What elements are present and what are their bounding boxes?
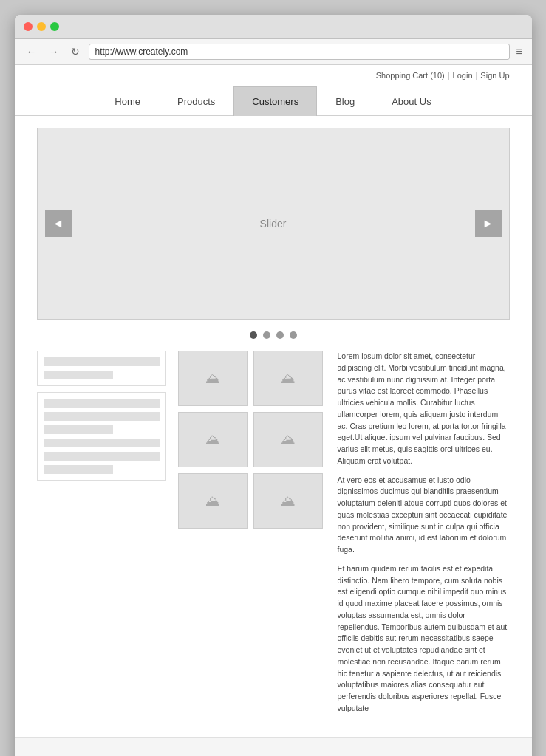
minimize-button[interactable] [37,22,46,31]
signup-link[interactable]: Sign Up [480,71,509,80]
nav-blog[interactable]: Blog [317,86,373,116]
left-line-7 [44,452,160,461]
image-4: ⛰ [253,412,323,467]
nav-about[interactable]: About Us [373,86,449,116]
slider-prev-button[interactable]: ◄ [45,210,72,237]
image-row-2: ⛰ ⛰ [178,412,326,467]
image-5: ⛰ [178,473,248,529]
image-2: ⛰ [253,351,323,406]
slider: ◄ Slider ► [37,128,510,320]
image-3: ⛰ [178,412,248,467]
back-button[interactable]: ← [24,44,40,59]
page-content: Shopping Cart (10) | Login | Sign Up Hom… [15,65,532,756]
left-column [37,351,166,722]
image-icon-6: ⛰ [281,492,296,509]
sep-2: | [476,71,478,80]
image-icon-2: ⛰ [281,370,296,387]
address-bar: ← → ↻ ≡ [15,39,532,65]
main-content: ⛰ ⛰ ⛰ ⛰ ⛰ [15,351,532,737]
image-6: ⛰ [253,473,323,529]
left-line-4 [44,412,160,421]
slider-label: Slider [260,218,287,230]
forward-button[interactable]: → [46,44,62,59]
slider-dot-4[interactable] [290,331,297,339]
url-input[interactable] [89,44,511,60]
image-row-1: ⛰ ⛰ [178,351,326,406]
shopping-cart-link[interactable]: Shopping Cart (10) [376,71,445,80]
nav-products[interactable]: Products [159,86,233,116]
slider-dot-2[interactable] [263,331,270,339]
nav-home[interactable]: Home [96,86,159,116]
image-grid: ⛰ ⛰ ⛰ ⛰ ⛰ [178,351,326,722]
refresh-button[interactable]: ↻ [68,44,83,59]
left-line-3 [44,399,160,408]
close-button[interactable] [24,22,33,31]
left-line-8 [44,465,113,474]
slider-next-button[interactable]: ► [475,210,502,237]
browser-window: ← → ↻ ≡ Shopping Cart (10) | Login | Sig… [15,15,532,756]
image-icon-1: ⛰ [205,370,220,387]
left-line-1 [44,357,160,366]
left-box-1 [37,351,166,386]
nav-customers[interactable]: Customers [233,86,317,116]
body-paragraph-3: Et harum quidem rerum facilis est et exp… [338,563,510,715]
left-line-6 [44,439,160,447]
slider-dot-3[interactable] [276,331,284,339]
title-bar [15,15,532,39]
slider-dots [15,331,532,339]
image-row-3: ⛰ ⛰ [178,473,326,529]
top-bar: Shopping Cart (10) | Login | Sign Up [15,65,532,86]
top-bar-links: Shopping Cart (10) | Login | Sign Up [376,71,510,80]
left-line-5 [44,425,113,434]
nav-bar: Home Products Customers Blog About Us [15,86,532,116]
sep-1: | [448,71,450,80]
right-column: Lorem ipsum dolor sit amet, consectetur … [338,351,510,722]
body-paragraph-2: At vero eos et accusamus et iusto odio d… [338,475,510,556]
maximize-button[interactable] [50,22,59,31]
footer-gap [15,737,532,757]
menu-icon[interactable]: ≡ [516,45,522,58]
image-icon-3: ⛰ [205,431,220,448]
image-1: ⛰ [178,351,248,406]
slider-dot-1[interactable] [250,331,257,339]
image-icon-4: ⛰ [281,431,296,448]
image-icon-5: ⛰ [205,492,220,509]
login-link[interactable]: Login [453,71,473,80]
body-paragraph-1: Lorem ipsum dolor sit amet, consectetur … [338,351,510,467]
left-box-2 [37,392,166,481]
left-line-2 [44,371,113,379]
